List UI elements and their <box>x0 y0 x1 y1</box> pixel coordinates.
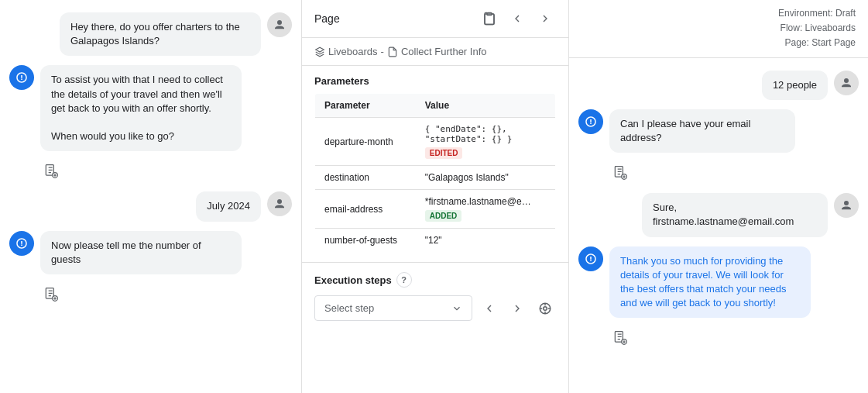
doc-icon-1 <box>40 160 62 182</box>
table-row: number-of-guests "12" <box>315 229 556 253</box>
breadcrumb-liveboards: Liveboards <box>314 46 378 57</box>
left-chat-panel: Hey there, do you offer charters to the … <box>0 0 302 393</box>
middle-panel: Page Liveboards - Collect Further Info P… <box>302 0 569 393</box>
next-page-button[interactable] <box>534 8 556 29</box>
col-value: Value <box>416 94 556 118</box>
flow-label: Flow: Liveaboards <box>582 21 856 36</box>
step-next-button[interactable] <box>506 298 528 319</box>
right-chat-row-bot-1: Can I please have your email address? <box>578 109 859 153</box>
right-bot-bubble-2: Thank you so much for providing the deta… <box>609 246 811 319</box>
table-row: destination "Galapagos Islands" <box>315 166 556 190</box>
right-chat-row-user-1: 12 people <box>578 71 859 100</box>
page-label: Page <box>314 12 340 25</box>
chat-row-bot-2: Now please tell me the number of guests <box>9 231 292 274</box>
page-label: Page: Start Page <box>582 36 856 50</box>
prev-page-button[interactable] <box>506 8 528 29</box>
chat-row-bot-1: To assist you with that I need to collec… <box>9 65 292 151</box>
step-prev-button[interactable] <box>479 298 500 319</box>
user-avatar-2 <box>267 191 292 216</box>
value-departure-month: { "endDate": {},"startDate": {} } EDITED <box>416 118 556 166</box>
chat-row-user-1: Hey there, do you offer charters to the … <box>9 12 292 56</box>
breadcrumb-page: Collect Further Info <box>387 46 487 57</box>
param-number-guests: number-of-guests <box>315 229 416 253</box>
value-destination: "Galapagos Islands" <box>416 166 556 190</box>
right-user-bubble-1: 12 people <box>762 71 828 100</box>
right-panel: Environment: Draft Flow: Liveaboards Pag… <box>569 0 868 393</box>
clipboard-icon[interactable] <box>479 8 500 29</box>
right-user-bubble-2: Sure, firstname.lastname@email.com <box>642 193 828 236</box>
right-user-avatar-1 <box>834 71 859 95</box>
chat-row-user-2: July 2024 <box>9 191 292 221</box>
bot-avatar-1 <box>9 65 34 90</box>
env-label: Environment: Draft <box>582 6 856 21</box>
value-number-guests: "12" <box>416 229 556 253</box>
badge-edited: EDITED <box>425 147 463 159</box>
execution-controls: Select step <box>314 295 556 321</box>
right-bot-avatar-1 <box>578 109 603 134</box>
parameters-section: Parameters Parameter Value departure-mon… <box>302 66 568 262</box>
table-row: email-address *firstname.lastname@ema AD… <box>315 190 556 229</box>
right-bot-avatar-2 <box>578 246 603 271</box>
breadcrumb: Liveboards - Collect Further Info <box>302 38 568 66</box>
svg-point-3 <box>277 199 282 204</box>
execution-steps-title: Execution steps ? <box>314 272 556 288</box>
select-step-dropdown[interactable]: Select step <box>314 295 472 321</box>
svg-point-0 <box>277 20 282 25</box>
value-email-address: *firstname.lastname@ema ADDED <box>416 190 556 229</box>
environment-bar: Environment: Draft Flow: Liveaboards Pag… <box>569 0 868 58</box>
header-actions <box>479 8 556 29</box>
badge-added: ADDED <box>425 210 462 222</box>
param-email-address: email-address <box>315 190 416 229</box>
right-chat-area: 12 people Can I please have your email a… <box>569 58 868 393</box>
execution-steps-section: Execution steps ? Select step <box>302 262 568 330</box>
bot-bubble-1: To assist you with that I need to collec… <box>40 65 242 151</box>
user-avatar-1 <box>267 12 292 37</box>
user-bubble-1: Hey there, do you offer charters to the … <box>60 12 261 56</box>
help-icon[interactable]: ? <box>396 272 412 288</box>
right-chat-row-bot-2: Thank you so much for providing the deta… <box>578 246 859 319</box>
param-departure-month: departure-month <box>315 118 416 166</box>
parameters-table: Parameter Value departure-month { "endDa… <box>314 93 556 253</box>
right-bot-bubble-1: Can I please have your email address? <box>609 109 795 153</box>
svg-point-14 <box>844 78 849 83</box>
parameters-title: Parameters <box>314 75 556 87</box>
bot-bubble-2: Now please tell me the number of guests <box>40 231 242 274</box>
right-chat-row-user-2: Sure, firstname.lastname@email.com <box>578 193 859 236</box>
table-row: departure-month { "endDate": {},"startDa… <box>315 118 556 166</box>
col-parameter: Parameter <box>315 94 416 118</box>
target-icon[interactable] <box>534 298 556 319</box>
right-user-avatar-2 <box>834 193 859 218</box>
right-doc-icon-2 <box>609 327 631 349</box>
right-doc-icon-1 <box>609 162 631 184</box>
breadcrumb-separator: - <box>381 46 384 57</box>
doc-icon-2 <box>40 284 62 305</box>
svg-point-17 <box>844 201 849 205</box>
middle-header: Page <box>302 0 568 38</box>
bot-avatar-2 <box>9 231 34 256</box>
user-bubble-2: July 2024 <box>196 191 261 221</box>
param-destination: destination <box>315 166 416 190</box>
svg-point-9 <box>544 306 547 310</box>
